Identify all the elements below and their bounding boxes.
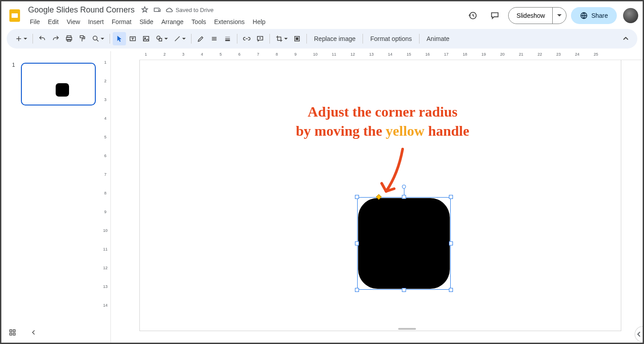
menu-insert[interactable]: Insert bbox=[85, 16, 107, 27]
resize-handle-br[interactable] bbox=[449, 288, 453, 292]
menu-view[interactable]: View bbox=[63, 16, 84, 27]
slideshow-main[interactable]: Slideshow bbox=[509, 8, 553, 24]
shape-tool[interactable] bbox=[153, 32, 171, 45]
svg-rect-7 bbox=[80, 36, 84, 38]
svg-rect-1 bbox=[12, 13, 18, 18]
comments-icon[interactable] bbox=[486, 7, 504, 24]
grid-view-icon[interactable] bbox=[8, 328, 16, 338]
menu-format[interactable]: Format bbox=[108, 16, 135, 27]
menu-arrange[interactable]: Arrange bbox=[158, 16, 187, 27]
image-tool[interactable] bbox=[139, 32, 153, 45]
version-history-icon[interactable] bbox=[464, 7, 481, 24]
account-avatar[interactable] bbox=[623, 8, 638, 23]
redo-button[interactable] bbox=[49, 32, 62, 45]
svg-rect-19 bbox=[10, 333, 12, 336]
svg-rect-16 bbox=[296, 38, 298, 40]
svg-point-8 bbox=[93, 36, 97, 40]
menu-edit[interactable]: Edit bbox=[45, 16, 62, 27]
slideshow-dropdown[interactable] bbox=[553, 8, 566, 24]
horizontal-ruler: 1234567891011121314151617181920212223242… bbox=[139, 51, 643, 60]
crop-button[interactable] bbox=[273, 32, 290, 45]
mask-button[interactable] bbox=[290, 32, 304, 45]
filmstrip: 1 bbox=[1, 51, 100, 343]
resize-handle-mr[interactable] bbox=[449, 242, 453, 246]
speaker-notes-handle[interactable] bbox=[398, 328, 416, 330]
svg-rect-18 bbox=[13, 330, 16, 332]
format-options-button[interactable]: Format options bbox=[366, 35, 416, 42]
undo-button[interactable] bbox=[36, 32, 49, 45]
menu-slide[interactable]: Slide bbox=[136, 16, 157, 27]
border-weight-button[interactable] bbox=[221, 32, 234, 45]
zoom-button[interactable] bbox=[89, 32, 107, 45]
vertical-ruler: 1234567891011121314 bbox=[100, 51, 111, 343]
resize-handle-tm[interactable] bbox=[402, 195, 406, 199]
svg-rect-10 bbox=[143, 36, 149, 41]
border-color-button[interactable] bbox=[208, 32, 221, 45]
resize-handle-tr[interactable] bbox=[449, 195, 453, 199]
selection-box bbox=[357, 197, 451, 290]
slide-thumbnail-1[interactable] bbox=[21, 63, 96, 105]
resize-handle-bm[interactable] bbox=[402, 288, 406, 292]
svg-point-12 bbox=[157, 36, 160, 40]
selected-shape[interactable] bbox=[357, 197, 451, 290]
textbox-tool[interactable] bbox=[126, 32, 139, 45]
menu-help[interactable]: Help bbox=[249, 16, 269, 27]
share-label: Share bbox=[591, 12, 608, 19]
collapse-toolbar-button[interactable] bbox=[620, 32, 632, 45]
svg-rect-17 bbox=[10, 330, 12, 332]
collapse-filmstrip-icon[interactable] bbox=[30, 328, 38, 338]
annotation-text: Adjust the corner radius by moving the y… bbox=[258, 102, 507, 141]
canvas-area[interactable]: Adjust the corner radius by moving the y… bbox=[111, 60, 643, 343]
explore-tab[interactable] bbox=[635, 326, 643, 342]
toolbar: Replace image Format options Animate bbox=[7, 29, 637, 49]
resize-handle-bl[interactable] bbox=[355, 288, 359, 292]
doc-title[interactable]: Google Slides Round Corners bbox=[26, 4, 136, 16]
cloud-status[interactable]: Saved to Drive bbox=[166, 6, 213, 14]
animate-button[interactable]: Animate bbox=[422, 35, 454, 42]
slideshow-button: Slideshow bbox=[508, 7, 567, 24]
menu-tools[interactable]: Tools bbox=[188, 16, 210, 27]
new-slide-button[interactable] bbox=[12, 32, 30, 45]
link-button[interactable] bbox=[240, 32, 253, 45]
resize-handle-ml[interactable] bbox=[355, 242, 359, 246]
star-icon[interactable] bbox=[141, 6, 149, 14]
slides-logo[interactable] bbox=[6, 7, 24, 24]
slide-number: 1 bbox=[12, 62, 15, 68]
thumb-shape bbox=[56, 83, 69, 97]
svg-rect-20 bbox=[13, 333, 16, 336]
move-icon[interactable] bbox=[153, 6, 161, 14]
drive-status-text: Saved to Drive bbox=[175, 7, 213, 13]
replace-image-button[interactable]: Replace image bbox=[310, 35, 360, 42]
select-tool[interactable] bbox=[113, 32, 126, 45]
comment-button[interactable] bbox=[253, 32, 267, 45]
line-tool[interactable] bbox=[171, 32, 188, 45]
share-button[interactable]: Share bbox=[571, 7, 617, 24]
menu-bar: File Edit View Insert Format Slide Arran… bbox=[26, 16, 269, 27]
paint-format-button[interactable] bbox=[76, 32, 89, 45]
ink-tool[interactable] bbox=[194, 32, 208, 45]
menu-file[interactable]: File bbox=[26, 16, 44, 27]
annotation-arrow bbox=[378, 147, 414, 200]
print-button[interactable] bbox=[62, 32, 76, 45]
menu-extensions[interactable]: Extensions bbox=[211, 16, 248, 27]
resize-handle-tl[interactable] bbox=[355, 195, 359, 199]
slide-canvas[interactable]: Adjust the corner radius by moving the y… bbox=[140, 60, 621, 331]
rotation-handle[interactable] bbox=[402, 185, 406, 189]
